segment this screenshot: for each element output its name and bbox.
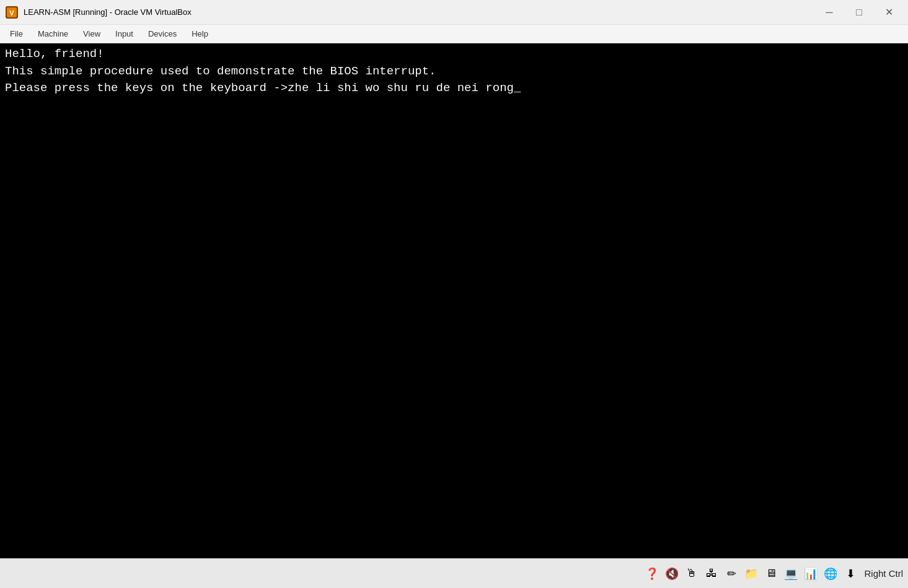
menu-machine[interactable]: Machine <box>30 27 76 41</box>
display2-icon[interactable]: 💻 <box>782 565 800 582</box>
menu-bar: FileMachineViewInputDevicesHelp <box>0 25 908 43</box>
title-bar: V LEARN-ASM [Running] - Oracle VM Virtua… <box>0 0 908 25</box>
virtualbox-icon: V <box>5 6 19 19</box>
menu-file[interactable]: File <box>2 27 30 41</box>
svg-text:V: V <box>9 9 14 17</box>
vm-line-2: Please press the keys on the keyboard ->… <box>5 80 903 97</box>
vm-line-0: Hello, friend! <box>5 46 903 63</box>
maximize-button[interactable]: □ <box>845 3 873 22</box>
close-button[interactable]: ✕ <box>875 3 903 22</box>
vbox-colored-icon[interactable]: 📊 <box>802 565 819 582</box>
status-bar: ❓🔇🖱🖧✏📁🖥💻📊🌐⬇Right Ctrl <box>0 558 908 588</box>
pen-icon[interactable]: ✏ <box>723 565 740 582</box>
window-title: LEARN-ASM [Running] - Oracle VM VirtualB… <box>24 7 192 17</box>
menu-view[interactable]: View <box>76 27 108 41</box>
menu-devices[interactable]: Devices <box>141 27 184 41</box>
help-icon[interactable]: ❓ <box>643 565 661 582</box>
network2-icon[interactable]: 🌐 <box>822 565 839 582</box>
menu-help[interactable]: Help <box>184 27 216 41</box>
minimize-button[interactable]: ─ <box>815 3 844 22</box>
title-bar-controls: ─ □ ✕ <box>815 3 903 22</box>
usb-icon[interactable]: 🖱 <box>683 565 700 582</box>
title-bar-left: V LEARN-ASM [Running] - Oracle VM Virtua… <box>5 6 192 19</box>
menu-input[interactable]: Input <box>108 27 141 41</box>
arrow-down-icon[interactable]: ⬇ <box>842 565 859 582</box>
display-icon[interactable]: 🖥 <box>762 565 780 582</box>
vm-screen[interactable]: Hello, friend!This simple procedure used… <box>0 43 908 558</box>
network-icon[interactable]: 🖧 <box>703 565 720 582</box>
audio-icon[interactable]: 🔇 <box>663 565 681 582</box>
shared-folders-icon[interactable]: 📁 <box>743 565 760 582</box>
right-ctrl-label: Right Ctrl <box>864 568 903 579</box>
vm-line-1: This simple procedure used to demonstrat… <box>5 63 903 81</box>
